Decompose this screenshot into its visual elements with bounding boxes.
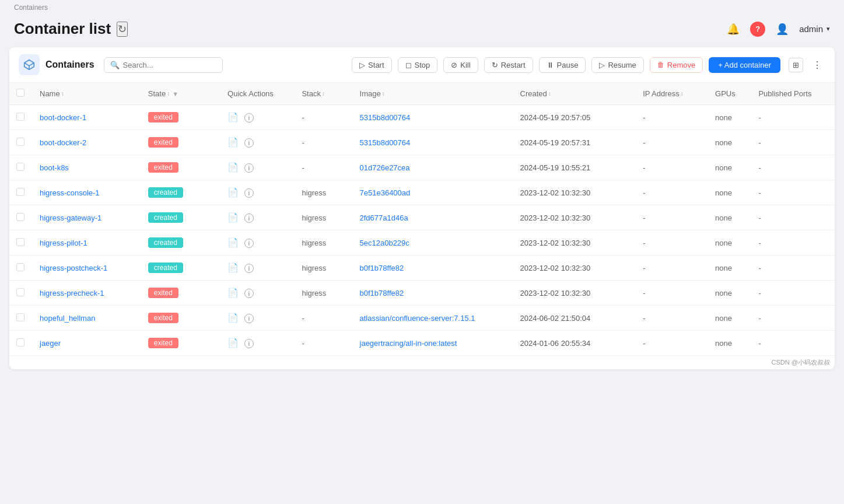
ip-cell: - xyxy=(636,256,708,281)
row-checkbox-6[interactable] xyxy=(16,263,24,271)
container-name-link[interactable]: boot-docker-2 xyxy=(40,138,86,147)
user-avatar-icon: 👤 xyxy=(776,23,789,36)
logs-icon[interactable]: 📄 xyxy=(227,288,239,298)
ports-cell: - xyxy=(751,105,835,130)
container-name-link[interactable]: higress-postcheck-1 xyxy=(40,264,107,272)
info-icon[interactable]: i xyxy=(244,264,254,273)
filter-state-icon[interactable]: ▼ xyxy=(172,90,178,97)
image-link[interactable]: jaegertracing/all-in-one:latest xyxy=(360,339,457,348)
stop-button[interactable]: ◻ Stop xyxy=(398,57,438,73)
sort-image-icon[interactable]: ↕ xyxy=(382,90,385,97)
container-name-link[interactable]: boot-docker-1 xyxy=(40,113,86,122)
row-checkbox-0[interactable] xyxy=(16,113,24,121)
table-row: boot-docker-1 exited 📄 i - 5315b8d00764 … xyxy=(9,105,835,130)
created-cell: 2024-06-02 21:50:04 xyxy=(513,306,636,331)
ports-cell: - xyxy=(751,306,835,331)
logs-icon[interactable]: 📄 xyxy=(227,212,239,222)
sort-state-icon[interactable]: ↕ xyxy=(167,90,170,97)
sort-stack-icon[interactable]: ↕ xyxy=(322,90,325,97)
sort-ip-icon[interactable]: ↕ xyxy=(681,90,684,97)
gpus-cell: none xyxy=(708,155,751,180)
logs-icon[interactable]: 📄 xyxy=(227,262,239,272)
logs-icon[interactable]: 📄 xyxy=(227,162,239,172)
resume-button[interactable]: ▷ Resume xyxy=(591,57,643,73)
row-checkbox-1[interactable] xyxy=(16,138,24,146)
table-header-row: Name ↕ State ↕ ▼ Quick Actions xyxy=(9,83,835,105)
logs-icon[interactable]: 📄 xyxy=(227,237,239,247)
row-checkbox-9[interactable] xyxy=(16,338,24,346)
ip-cell: - xyxy=(636,105,708,130)
sort-name-icon[interactable]: ↕ xyxy=(61,90,64,97)
stack-cell: - xyxy=(295,306,352,331)
logs-icon[interactable]: 📄 xyxy=(227,338,239,348)
search-box[interactable]: 🔍 xyxy=(104,57,223,73)
row-checkbox-4[interactable] xyxy=(16,213,24,221)
help-button[interactable]: ? xyxy=(750,22,765,37)
gpus-cell: none xyxy=(708,256,751,281)
ip-cell: - xyxy=(636,331,708,356)
start-icon: ▷ xyxy=(359,61,365,69)
logs-icon[interactable]: 📄 xyxy=(227,112,239,122)
pause-button[interactable]: ⏸ Pause xyxy=(539,57,586,73)
info-icon[interactable]: i xyxy=(244,163,254,173)
ports-cell: - xyxy=(751,130,835,155)
container-name-link[interactable]: higress-gateway-1 xyxy=(40,214,101,222)
page-title: Container list xyxy=(14,20,111,38)
ports-cell: - xyxy=(751,256,835,281)
image-link[interactable]: 2fd677a1d46a xyxy=(360,214,408,222)
image-link[interactable]: b0f1b78ffe82 xyxy=(360,264,404,272)
logs-icon[interactable]: 📄 xyxy=(227,313,239,323)
container-name-link[interactable]: higress-pilot-1 xyxy=(40,239,87,247)
col-actions-header: Quick Actions xyxy=(227,89,274,98)
container-name-link[interactable]: higress-console-1 xyxy=(40,188,100,197)
image-link[interactable]: 5315b8d00764 xyxy=(360,113,411,122)
select-all-checkbox[interactable] xyxy=(16,89,24,97)
more-options-button[interactable]: ⋮ xyxy=(809,57,825,73)
gpus-cell: none xyxy=(708,180,751,205)
image-link[interactable]: b0f1b78ffe82 xyxy=(360,289,404,298)
row-checkbox-2[interactable] xyxy=(16,163,24,171)
info-icon[interactable]: i xyxy=(244,188,254,198)
restart-button[interactable]: ↻ Restart xyxy=(484,57,533,73)
container-name-link[interactable]: higress-precheck-1 xyxy=(40,289,104,298)
info-icon[interactable]: i xyxy=(244,214,254,223)
search-input[interactable] xyxy=(123,61,216,69)
image-link[interactable]: atlassian/confluence-server:7.15.1 xyxy=(360,314,475,323)
created-cell: 2023-12-02 10:32:30 xyxy=(513,205,636,230)
user-menu[interactable]: admin ▾ xyxy=(799,24,830,34)
container-name-link[interactable]: jaeger xyxy=(40,339,61,348)
info-icon[interactable]: i xyxy=(244,289,254,298)
row-checkbox-7[interactable] xyxy=(16,288,24,296)
state-badge: exited xyxy=(148,112,178,123)
row-checkbox-8[interactable] xyxy=(16,313,24,321)
restart-icon: ↻ xyxy=(492,61,498,69)
pause-icon: ⏸ xyxy=(547,61,554,69)
logs-icon[interactable]: 📄 xyxy=(227,137,239,147)
info-icon[interactable]: i xyxy=(244,138,254,148)
refresh-button[interactable]: ↻ xyxy=(117,22,128,37)
kill-button[interactable]: ⊘ Kill xyxy=(443,57,478,73)
info-icon[interactable]: i xyxy=(244,339,254,348)
info-icon[interactable]: i xyxy=(244,113,254,123)
image-link[interactable]: 5315b8d00764 xyxy=(360,138,411,147)
row-checkbox-3[interactable] xyxy=(16,188,24,196)
grid-view-button[interactable]: ⊞ xyxy=(789,58,803,72)
notification-button[interactable]: 🔔 xyxy=(727,23,740,36)
image-link[interactable]: 5ec12a0b229c xyxy=(360,239,409,247)
info-icon[interactable]: i xyxy=(244,314,254,323)
col-image-header: Image xyxy=(360,89,381,98)
ports-cell: - xyxy=(751,155,835,180)
image-link[interactable]: 7e51e36400ad xyxy=(360,188,411,197)
container-name-link[interactable]: hopeful_hellman xyxy=(40,314,95,323)
logs-icon[interactable]: 📄 xyxy=(227,187,239,197)
add-container-button[interactable]: + Add container xyxy=(709,57,780,73)
row-checkbox-5[interactable] xyxy=(16,238,24,246)
watermark: CSDN @小码农叔叔 xyxy=(9,356,835,369)
start-button[interactable]: ▷ Start xyxy=(352,57,391,73)
info-icon[interactable]: i xyxy=(244,239,254,248)
sort-created-icon[interactable]: ↕ xyxy=(548,90,551,97)
container-name-link[interactable]: boot-k8s xyxy=(40,163,69,172)
stack-cell: higress xyxy=(295,256,352,281)
remove-button[interactable]: 🗑 Remove xyxy=(650,57,703,73)
image-link[interactable]: 01d726e27cea xyxy=(360,163,410,172)
